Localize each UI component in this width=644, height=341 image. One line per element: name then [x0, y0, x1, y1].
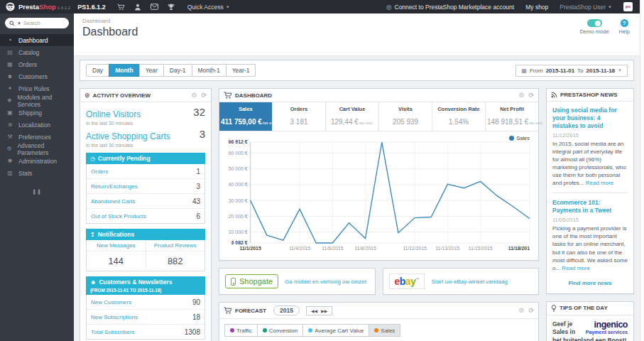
svg-text:66 912 €: 66 912 €: [229, 139, 248, 144]
row-link[interactable]: Orders: [91, 168, 108, 175]
panel-tools: ⚙⟳: [518, 307, 534, 314]
range-button-day-1[interactable]: Day-1: [163, 64, 192, 77]
sidebar-item-preferences[interactable]: ⚒Preferences: [0, 131, 74, 143]
row-link[interactable]: New Subscriptions: [91, 314, 138, 320]
sidebar-item-catalog[interactable]: ▤Catalog: [0, 46, 74, 58]
sidebar-item-modules-and-services[interactable]: ❖Modules and Services: [0, 94, 74, 107]
forecast-legend: Traffic Conversion Average Cart Value Sa…: [225, 324, 533, 337]
active-carts-stat: Active Shopping Carts 3 in the last 30 m…: [86, 129, 205, 148]
metric-sales[interactable]: Sales 411 759,00 €tax excl.: [219, 102, 273, 131]
sidebar-collapse-button[interactable]: ❚❚: [0, 189, 74, 195]
search-scope-caret-icon[interactable]: ▼: [17, 21, 21, 26]
search-input[interactable]: [23, 20, 59, 26]
demo-mode-toggle[interactable]: [587, 19, 602, 27]
shopgate-brand: Shopgate: [239, 277, 273, 286]
article-title-link[interactable]: Using social media for your business: 4 …: [552, 107, 628, 130]
quick-access-menu[interactable]: Quick Access▼: [187, 4, 230, 11]
rewind-icon[interactable]: ◀◀: [311, 308, 317, 313]
sidebar-item-dashboard[interactable]: ◔Dashboard: [0, 34, 74, 46]
sidebar-item-shipping[interactable]: ▣Shipping: [0, 107, 74, 119]
metric-net-profit[interactable]: Net Profit 148 918,51 €tax excl.: [486, 102, 538, 131]
sidebar-item-administration[interactable]: ✱Administration: [0, 155, 74, 167]
series-dot-icon: [509, 136, 514, 141]
legend-button-conversion[interactable]: Conversion: [257, 324, 303, 337]
chart-legend[interactable]: Sales: [509, 135, 530, 141]
range-buttons: Day Month Year Day-1 Month-1 Year-1: [86, 64, 256, 77]
legend-button-traffic[interactable]: Traffic: [224, 324, 258, 337]
cog-icon: ✱: [6, 158, 13, 164]
configure-icon[interactable]: ⚙: [518, 307, 524, 314]
find-more-news-link[interactable]: Find more news: [552, 280, 628, 288]
metric-orders[interactable]: Orders 3 181: [273, 102, 326, 131]
cart-icon: [224, 92, 232, 99]
metric-conversion-rate[interactable]: Conversion Rate 1.54%: [432, 102, 486, 131]
metric-visits[interactable]: Visits 205 939: [379, 102, 432, 131]
row-value: 1308: [185, 328, 200, 336]
row-link[interactable]: Total Subscribers: [91, 329, 134, 335]
panel-tools: ⚙⟳: [191, 92, 207, 99]
breadcrumb[interactable]: Dashboard: [82, 18, 631, 24]
messages-icon[interactable]: [151, 4, 158, 10]
metric-cart-value[interactable]: Cart Value 129,44 €tax excl.: [326, 102, 379, 131]
read-more-link[interactable]: Read more: [562, 265, 590, 271]
active-carts-link[interactable]: Active Shopping Carts: [86, 131, 170, 141]
shop-name-link[interactable]: PS1.6.1.2: [77, 4, 106, 11]
sidebar-item-orders[interactable]: ▦Orders: [0, 58, 74, 70]
ebay-link[interactable]: Start uw eBay-winkel vandaag: [431, 278, 508, 285]
svg-text:40 000 €: 40 000 €: [229, 182, 248, 187]
trophy-icon[interactable]: [168, 4, 175, 11]
shopgate-module-panel: Shopgate Ga mobiel en verhoog uw omzet: [219, 268, 376, 295]
article-date: 11/05/2015: [552, 217, 628, 223]
configure-icon[interactable]: ⚙: [518, 92, 524, 99]
sidebar-search[interactable]: ▼: [5, 18, 69, 28]
configure-icon[interactable]: ⚙: [191, 92, 197, 99]
row-link[interactable]: Abandoned Carts: [91, 198, 135, 205]
tags-icon: ✦: [6, 85, 13, 92]
read-more-link[interactable]: Read more: [586, 180, 614, 186]
forward-icon[interactable]: ▶▶: [321, 308, 327, 313]
sidebar-item-advanced-parameters[interactable]: ⚙Advanced Parameters: [0, 143, 74, 155]
online-visitors-stat: Online Visitors 32 in the last 30 minute…: [86, 107, 205, 126]
row-link[interactable]: New Customers: [91, 299, 131, 305]
cart-icon[interactable]: [117, 4, 125, 11]
sidebar-item-stats[interactable]: ▥Stats: [0, 167, 74, 179]
online-visitors-link[interactable]: Online Visitors: [86, 109, 141, 119]
range-button-day[interactable]: Day: [86, 64, 109, 77]
svg-text:30 000 €: 30 000 €: [229, 198, 248, 203]
legend-button-sales[interactable]: Sales: [369, 324, 400, 337]
sales-dot-icon: [374, 328, 378, 332]
forecast-nav: ◀◀▶▶: [306, 306, 332, 315]
section-header: ☻Customers & Newsletters(FROM 2015-11-01…: [86, 276, 205, 295]
shopgate-logo: Shopgate: [225, 274, 278, 288]
svg-text:11/1/2015: 11/1/2015: [239, 246, 261, 251]
scrollbar-track[interactable]: [640, 0, 644, 341]
my-shop-link[interactable]: My shop: [525, 4, 548, 11]
article-title-link[interactable]: Ecommerce 101: Payments in a Tweet: [552, 199, 628, 215]
sidebar-item-price-rules[interactable]: ✦Price Rules: [0, 82, 74, 94]
article-excerpt: Picking a payment provider is one of the…: [552, 224, 628, 271]
clock-icon: ◷: [90, 156, 95, 162]
refresh-icon[interactable]: ⟳: [201, 92, 207, 99]
refresh-icon[interactable]: ⟳: [528, 307, 534, 314]
active-carts-value: 3: [200, 128, 205, 140]
row-link[interactable]: Return/Exchanges: [91, 183, 138, 190]
shopgate-link[interactable]: Ga mobiel en verhoog uw omzet: [285, 278, 366, 285]
user-menu[interactable]: PrestaShop User▼: [560, 4, 612, 11]
help-icon[interactable]: ?: [621, 19, 628, 27]
sidebar-item-customers[interactable]: ☻Customers: [0, 70, 74, 82]
cell-link[interactable]: Product Reviews: [146, 240, 205, 251]
user-avatar[interactable]: ps: [623, 2, 633, 11]
sidebar-item-localization[interactable]: ⊕Localization: [0, 119, 74, 131]
cell-link[interactable]: New Messages: [87, 240, 146, 251]
range-button-year[interactable]: Year: [139, 64, 164, 77]
range-button-month[interactable]: Month: [109, 64, 140, 77]
legend-button-average-cart-value[interactable]: Average Cart Value: [302, 324, 369, 337]
date-range-picker[interactable]: ▦ From 2015-11-01 To 2015-11-18 ▼: [515, 65, 628, 77]
row-link[interactable]: Out of Stock Products: [91, 213, 146, 220]
list-item: New Subscriptions18: [87, 310, 204, 325]
range-button-year-1[interactable]: Year-1: [226, 64, 256, 77]
refresh-icon[interactable]: ⟳: [528, 92, 534, 99]
range-button-month-1[interactable]: Month-1: [192, 64, 227, 77]
employee-icon[interactable]: [134, 4, 141, 11]
marketplace-link[interactable]: ◎Connect to PrestaShop Marketplace accou…: [386, 4, 515, 11]
